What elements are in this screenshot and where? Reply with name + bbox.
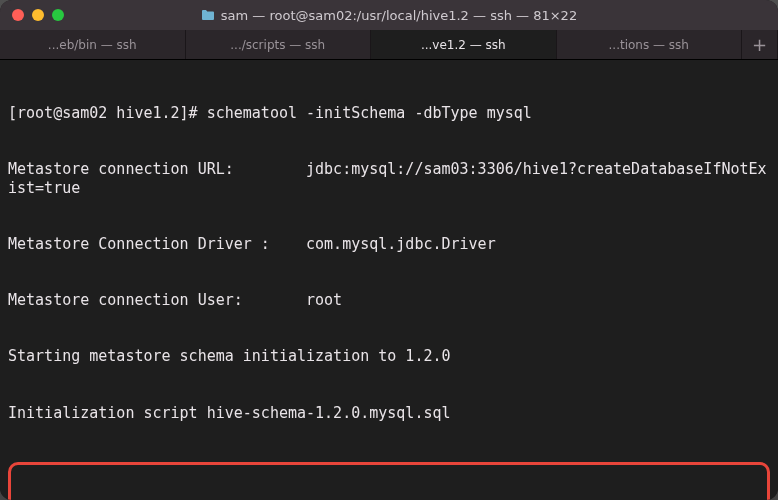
close-icon[interactable] (12, 9, 24, 21)
terminal-line: Starting metastore schema initialization… (8, 347, 770, 366)
tab-3[interactable]: ...tions — ssh (557, 30, 743, 59)
tab-1[interactable]: .../scripts — ssh (186, 30, 372, 59)
error-highlight-box: Error: Duplicate key name 'PCS_STATS_IDX… (8, 462, 770, 500)
terminal-line: Metastore Connection Driver : com.mysql.… (8, 235, 770, 254)
new-tab-button[interactable]: + (742, 30, 778, 59)
plus-icon: + (752, 34, 767, 55)
tab-label: ...tions — ssh (609, 38, 689, 52)
tab-label: .../scripts — ssh (230, 38, 325, 52)
terminal-line: Metastore connection User: root (8, 291, 770, 310)
minimize-icon[interactable] (32, 9, 44, 21)
window-title: sam — root@sam02:/usr/local/hive1.2 — ss… (0, 8, 778, 23)
tab-0[interactable]: ...eb/bin — ssh (0, 30, 186, 59)
prompt: [root@sam02 hive1.2]# (8, 104, 207, 122)
terminal-line: [root@sam02 hive1.2]# schematool -initSc… (8, 104, 770, 123)
terminal-body[interactable]: [root@sam02 hive1.2]# schematool -initSc… (0, 60, 778, 500)
titlebar: sam — root@sam02:/usr/local/hive1.2 — ss… (0, 0, 778, 30)
window-title-text: sam — root@sam02:/usr/local/hive1.2 — ss… (221, 8, 577, 23)
terminal-line: Initialization script hive-schema-1.2.0.… (8, 404, 770, 423)
command-text: schematool -initSchema -dbType mysql (207, 104, 532, 122)
tab-label: ...eb/bin — ssh (48, 38, 137, 52)
folder-icon (201, 9, 215, 21)
terminal-window: sam — root@sam02:/usr/local/hive1.2 — ss… (0, 0, 778, 500)
terminal-line: Metastore connection URL: jdbc:mysql://s… (8, 160, 770, 198)
tab-2[interactable]: ...ve1.2 — ssh (371, 30, 557, 59)
window-controls (12, 9, 64, 21)
zoom-icon[interactable] (52, 9, 64, 21)
tab-label: ...ve1.2 — ssh (421, 38, 506, 52)
tab-bar: ...eb/bin — ssh .../scripts — ssh ...ve1… (0, 30, 778, 60)
